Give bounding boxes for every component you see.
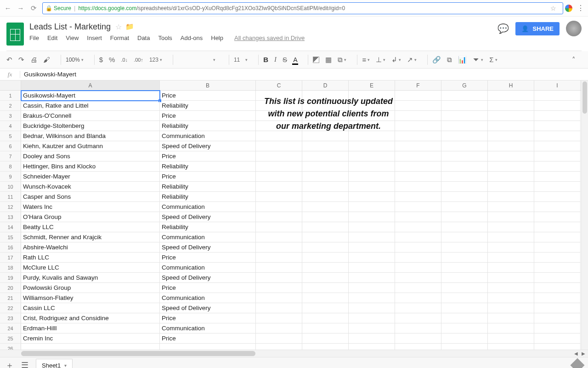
bookmark-star-icon[interactable]: ☆ <box>550 5 556 12</box>
cell[interactable]: McClure LLC <box>21 263 160 273</box>
cell[interactable]: Reliability <box>160 182 256 192</box>
cell[interactable] <box>302 283 349 293</box>
cell[interactable] <box>395 334 441 344</box>
cell[interactable]: Reliability <box>160 161 256 172</box>
row-header[interactable]: 22 <box>0 303 21 313</box>
collapse-toolbar-icon[interactable]: ˄ <box>572 56 576 64</box>
cell[interactable] <box>441 334 488 344</box>
cell[interactable]: Price <box>160 283 256 293</box>
cell[interactable] <box>534 323 581 334</box>
menu-tools[interactable]: Tools <box>158 34 172 41</box>
cell[interactable]: Speed of Delivery <box>160 242 256 253</box>
cell[interactable] <box>441 131 488 141</box>
cell[interactable] <box>395 172 441 182</box>
cell[interactable] <box>441 202 488 212</box>
row-header[interactable]: 24 <box>0 323 21 334</box>
undo-icon[interactable]: ↶ <box>6 56 12 64</box>
menu-view[interactable]: View <box>66 34 79 41</box>
cell[interactable]: Communication <box>160 202 256 212</box>
cell[interactable]: Wunsch-Kovacek <box>21 182 160 192</box>
cell[interactable] <box>349 263 395 273</box>
cell[interactable]: Crist, Rodriguez and Considine <box>21 313 160 323</box>
cell[interactable] <box>534 232 581 242</box>
cell[interactable]: Powlowski Group <box>21 283 160 293</box>
menu-file[interactable]: File <box>29 34 39 41</box>
cell[interactable] <box>302 293 349 303</box>
cell[interactable] <box>488 111 534 121</box>
cell[interactable] <box>395 131 441 141</box>
menu-edit[interactable]: Edit <box>47 34 57 41</box>
cell[interactable]: Communication <box>160 293 256 303</box>
cell[interactable] <box>256 263 302 273</box>
cell[interactable]: Speed of Delivery <box>160 141 256 151</box>
decrease-decimal-icon[interactable]: .0↓ <box>121 57 128 63</box>
cell[interactable] <box>349 141 395 151</box>
cell[interactable] <box>488 212 534 222</box>
row-header[interactable]: 23 <box>0 313 21 323</box>
cell[interactable] <box>302 141 349 151</box>
cell[interactable]: Cassin LLC <box>21 303 160 313</box>
cell[interactable] <box>441 151 488 161</box>
cell[interactable] <box>534 182 581 192</box>
cell[interactable] <box>395 253 441 263</box>
cell[interactable] <box>256 172 302 182</box>
cell[interactable] <box>395 121 441 131</box>
cell[interactable] <box>488 263 534 273</box>
cell[interactable] <box>441 111 488 121</box>
cell[interactable] <box>256 141 302 151</box>
cell[interactable] <box>256 303 302 313</box>
cell[interactable] <box>256 151 302 161</box>
cell[interactable]: Abshire-Waelchi <box>21 242 160 253</box>
cell[interactable]: Price <box>160 334 256 344</box>
cell[interactable] <box>395 141 441 151</box>
cell[interactable] <box>349 232 395 242</box>
paint-format-icon[interactable]: 🖌 <box>43 56 50 63</box>
explore-icon[interactable] <box>570 358 584 368</box>
col-header-i[interactable]: I <box>534 80 581 90</box>
cell[interactable] <box>349 283 395 293</box>
cell[interactable] <box>441 121 488 131</box>
reload-icon[interactable]: ⟳ <box>29 4 38 12</box>
cell[interactable] <box>534 101 581 111</box>
cell[interactable] <box>488 121 534 131</box>
cell[interactable]: Brakus-O'Connell <box>21 111 160 121</box>
cell[interactable] <box>395 293 441 303</box>
cell[interactable] <box>395 263 441 273</box>
col-header-d[interactable]: D <box>302 80 349 90</box>
cell[interactable] <box>395 192 441 202</box>
row-header[interactable]: 8 <box>0 161 21 172</box>
cell[interactable] <box>349 334 395 344</box>
cell[interactable] <box>488 192 534 202</box>
cell[interactable] <box>534 131 581 141</box>
cell[interactable] <box>302 161 349 172</box>
vertical-scrollbar[interactable] <box>581 80 588 350</box>
row-header[interactable]: 21 <box>0 293 21 303</box>
bold-icon[interactable]: B <box>263 56 268 63</box>
cell[interactable] <box>395 151 441 161</box>
cell[interactable] <box>256 273 302 283</box>
cell[interactable]: Rath LLC <box>21 253 160 263</box>
cell[interactable] <box>395 202 441 212</box>
cell[interactable] <box>395 182 441 192</box>
cell[interactable] <box>302 151 349 161</box>
cell[interactable] <box>395 212 441 222</box>
cell[interactable] <box>441 273 488 283</box>
col-header-e[interactable]: E <box>349 80 395 90</box>
row-header[interactable]: 14 <box>0 222 21 232</box>
cell[interactable]: Speed of Delivery <box>160 303 256 313</box>
row-header[interactable]: 3 <box>0 111 21 121</box>
sheets-logo-icon[interactable] <box>6 23 24 46</box>
cell[interactable] <box>349 273 395 283</box>
share-button[interactable]: 👤 SHARE <box>515 22 560 35</box>
cell[interactable] <box>534 111 581 121</box>
cell[interactable] <box>441 303 488 313</box>
row-header[interactable]: 17 <box>0 253 21 263</box>
cell[interactable] <box>256 161 302 172</box>
formula-input[interactable]: Gusikowski-Mayert <box>20 71 76 78</box>
cell[interactable] <box>302 242 349 253</box>
star-icon[interactable]: ☆ <box>115 23 122 31</box>
col-header-a[interactable]: A <box>21 80 160 90</box>
cell[interactable]: Price <box>160 253 256 263</box>
cell[interactable] <box>441 172 488 182</box>
cell[interactable]: Erdman-Hilll <box>21 323 160 334</box>
